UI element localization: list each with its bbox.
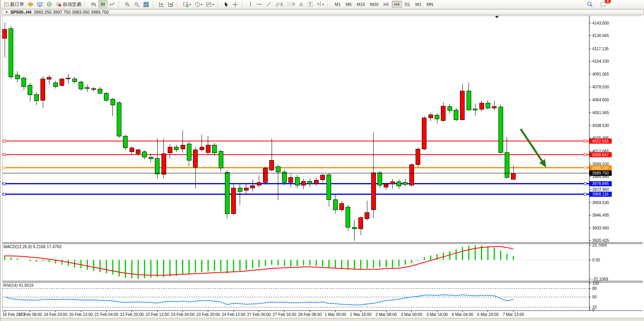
- svg-text:80: 80: [592, 286, 597, 291]
- time-axis: 16 Feb 202317 Feb 08:0019 Feb 23:0020 Fe…: [2, 310, 524, 317]
- svg-text:3978.845: 3978.845: [592, 182, 609, 186]
- svg-text:1 Mar 00:00: 1 Mar 00:00: [325, 312, 346, 317]
- svg-text:4104.100: 4104.100: [592, 59, 609, 63]
- svg-text:4143.600: 4143.600: [592, 21, 609, 25]
- svg-text:27 Feb 00:00: 27 Feb 00:00: [247, 312, 271, 317]
- horizontal-lines[interactable]: 4022.5554008.6473995.1373978.8453968.116: [2, 139, 612, 197]
- svg-text:4064.600: 4064.600: [592, 98, 609, 102]
- svg-text:3968.116: 3968.116: [592, 192, 609, 196]
- svg-text:4008.647: 4008.647: [592, 153, 609, 157]
- svg-text:27 Feb 16:00: 27 Feb 16:00: [273, 312, 297, 317]
- trend-arrow[interactable]: [521, 129, 546, 168]
- macd-indicator-label: MACD(12,26,9) 6.2168 17.4763: [4, 244, 61, 249]
- svg-text:4091.065: 4091.065: [592, 72, 609, 76]
- svg-text:20 Feb 12:00: 20 Feb 12:00: [69, 312, 93, 317]
- svg-text:0: 0: [592, 308, 595, 312]
- svg-text:50: 50: [592, 295, 597, 299]
- svg-text:4051.565: 4051.565: [592, 111, 609, 115]
- svg-text:4130.565: 4130.565: [592, 34, 609, 38]
- svg-text:21 Feb 04:00: 21 Feb 04:00: [95, 312, 118, 317]
- macd-pane: 23.70640.00-31.1069: [2, 243, 608, 281]
- svg-text:22 Feb 12:00: 22 Feb 12:00: [146, 312, 169, 317]
- candles[interactable]: [3, 23, 516, 241]
- svg-text:3 Mar 00:00: 3 Mar 00:00: [401, 312, 422, 317]
- svg-text:21 Feb 20:00: 21 Feb 20:00: [120, 312, 144, 317]
- svg-text:0.00: 0.00: [592, 258, 600, 262]
- rsi-pane: 1008050150: [2, 281, 599, 312]
- svg-text:3946.495: 3946.495: [592, 213, 609, 217]
- chart-shift-marker[interactable]: [495, 16, 499, 18]
- svg-text:2 Mar 08:00: 2 Mar 08:00: [376, 312, 397, 317]
- price-axis: 4143.6004130.5654117.1354104.1004091.065…: [589, 21, 609, 243]
- svg-text:3989.750: 3989.750: [592, 171, 609, 175]
- svg-text:24 Feb 12:00: 24 Feb 12:00: [222, 312, 246, 317]
- svg-text:19 Feb 23:00: 19 Feb 23:00: [44, 312, 67, 317]
- svg-text:23 Feb 20:00: 23 Feb 20:00: [197, 312, 220, 317]
- svg-text:3959.530: 3959.530: [592, 201, 609, 205]
- svg-text:6 Mar 04:00: 6 Mar 04:00: [452, 312, 473, 317]
- svg-text:3972.960: 3972.960: [592, 187, 609, 192]
- svg-text:3933.460: 3933.460: [592, 226, 609, 230]
- svg-text:28 Feb 08:00: 28 Feb 08:00: [298, 312, 322, 317]
- svg-text:-31.1069: -31.1069: [592, 277, 608, 281]
- mt4-window: 新订单 自动交易: [0, 0, 644, 321]
- svg-text:23 Feb 04:00: 23 Feb 04:00: [171, 312, 195, 317]
- svg-text:17 Feb 08:00: 17 Feb 08:00: [18, 312, 42, 317]
- svg-text:6 Mar 20:00: 6 Mar 20:00: [477, 312, 498, 317]
- current-price-line: 3989.750: [2, 170, 612, 176]
- svg-text:7 Mar 12:00: 7 Mar 12:00: [503, 312, 524, 317]
- svg-text:4038.530: 4038.530: [592, 123, 609, 128]
- svg-text:4022.555: 4022.555: [592, 139, 609, 143]
- chart-canvas[interactable]: 4143.6004130.5654117.1354104.1004091.065…: [1, 0, 644, 321]
- svg-text:3920.425: 3920.425: [592, 238, 609, 243]
- svg-text:100: 100: [592, 281, 599, 286]
- svg-text:4078.030: 4078.030: [592, 85, 609, 89]
- svg-text:3995.137: 3995.137: [592, 166, 609, 170]
- svg-text:3 Mar 16:00: 3 Mar 16:00: [426, 312, 448, 317]
- svg-text:4117.135: 4117.135: [592, 47, 609, 51]
- svg-text:1 Mar 16:00: 1 Mar 16:00: [350, 312, 372, 317]
- rsi-indicator-label: RSI(14) 41.9215: [4, 283, 33, 287]
- svg-text:23.7064: 23.7064: [592, 243, 607, 247]
